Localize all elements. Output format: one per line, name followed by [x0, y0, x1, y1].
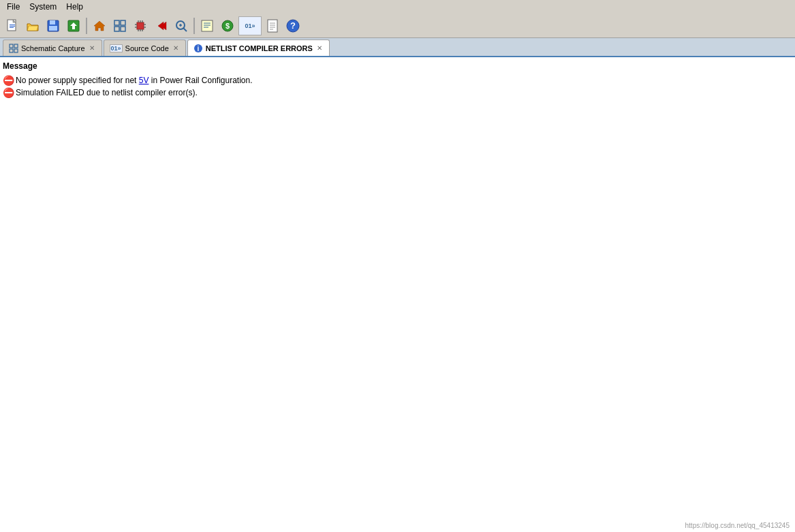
error-text-2: Simulation FAILED due to netlist compile…: [16, 88, 198, 97]
tab-netlist-label: NETLIST COMPILER ERRORS: [206, 44, 313, 52]
tab-schematic-close[interactable]: ✕: [88, 44, 96, 52]
toolbar-zoom-button[interactable]: [172, 16, 191, 35]
tab-schematic-label: Schematic Capture: [21, 44, 85, 52]
svg-rect-16: [137, 22, 144, 29]
toolbar-schematic-button[interactable]: [110, 16, 129, 35]
toolbar-back-button[interactable]: [151, 16, 170, 35]
toolbar-help-button[interactable]: ?: [283, 16, 302, 35]
toolbar-home-button[interactable]: [90, 16, 109, 35]
svg-rect-13: [121, 20, 125, 25]
svg-rect-12: [114, 20, 119, 25]
error-line-2: ⛔ Simulation FAILED due to netlist compi…: [3, 87, 792, 98]
svg-marker-11: [94, 21, 105, 31]
toolbar: $ 01» ?: [0, 14, 795, 38]
toolbar-open-button[interactable]: [23, 16, 42, 35]
tab-source[interactable]: 01» Source Code ✕: [104, 40, 186, 56]
menu-system[interactable]: System: [25, 1, 61, 12]
svg-rect-15: [121, 27, 125, 31]
toolbar-netlist-button[interactable]: [198, 16, 217, 35]
tab-netlist[interactable]: i NETLIST COMPILER ERRORS ✕: [187, 40, 330, 56]
netlist-tab-icon: i: [193, 44, 203, 53]
toolbar-save-button[interactable]: [44, 16, 63, 35]
toolbar-new-button[interactable]: [3, 16, 22, 35]
svg-rect-4: [10, 27, 14, 28]
menu-help[interactable]: Help: [62, 1, 87, 12]
toolbar-chip-button[interactable]: [131, 16, 150, 35]
toolbar-separator-1: [86, 18, 87, 34]
toolbar-separator-2: [193, 18, 195, 34]
watermark: https://blog.csdn.net/qq_45413245: [685, 522, 790, 529]
tab-source-label: Source Code: [125, 44, 169, 52]
tab-netlist-close[interactable]: ✕: [315, 44, 324, 52]
svg-rect-14: [114, 27, 119, 31]
svg-rect-39: [268, 20, 277, 32]
toolbar-export-button[interactable]: [64, 16, 83, 35]
error-link-1[interactable]: 5V: [139, 76, 149, 85]
menu-file[interactable]: File: [3, 1, 24, 12]
error-text-1: No power supply specified for net 5V in …: [16, 76, 253, 85]
content-area: Message ⛔ No power supply specified for …: [0, 57, 795, 532]
svg-text:i: i: [197, 45, 199, 52]
svg-rect-47: [14, 44, 18, 48]
toolbar-source-button[interactable]: 01»: [238, 16, 262, 35]
tab-source-close[interactable]: ✕: [172, 44, 180, 52]
tab-schematic[interactable]: Schematic Capture ✕: [3, 40, 102, 56]
schematic-tab-icon: [9, 44, 18, 53]
source-tab-icon: 01»: [110, 44, 123, 52]
menu-bar: File System Help: [0, 0, 795, 14]
svg-rect-46: [10, 44, 13, 48]
error-line-1: ⛔ No power supply specified for net 5V i…: [3, 75, 792, 86]
toolbar-dollar-button[interactable]: $: [218, 16, 237, 35]
svg-line-30: [183, 28, 187, 31]
svg-rect-2: [10, 25, 15, 25]
toolbar-report-button[interactable]: [263, 16, 282, 35]
error-icon-1: ⛔: [3, 75, 14, 86]
svg-rect-3: [10, 26, 15, 27]
svg-rect-49: [14, 49, 18, 52]
error-icon-2: ⛔: [3, 87, 14, 98]
svg-text:?: ?: [290, 20, 296, 31]
tab-bar: Schematic Capture ✕ 01» Source Code ✕ i …: [0, 38, 795, 57]
svg-rect-33: [202, 20, 213, 31]
message-header: Message: [3, 60, 792, 72]
svg-text:$: $: [225, 22, 230, 30]
svg-rect-7: [51, 21, 52, 24]
svg-rect-8: [49, 26, 57, 31]
svg-rect-48: [10, 49, 13, 52]
